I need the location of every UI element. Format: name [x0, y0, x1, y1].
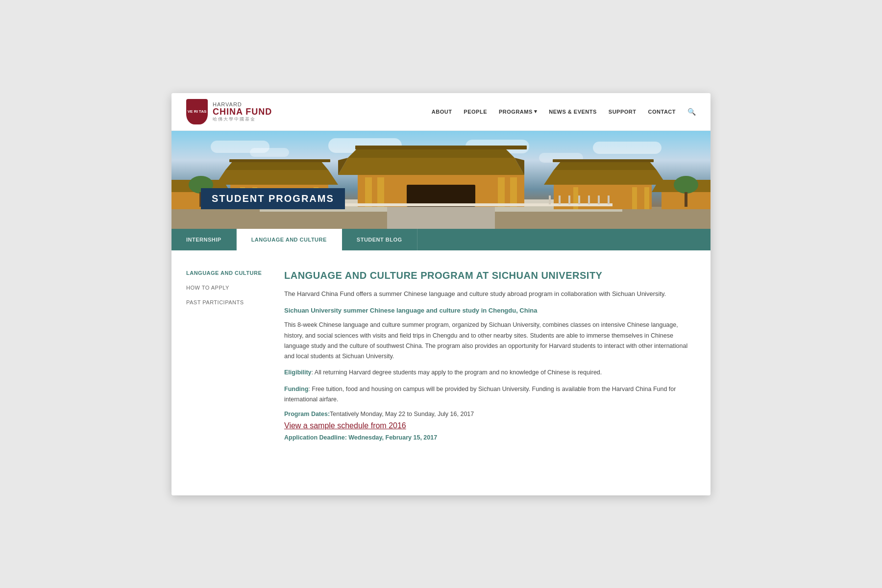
tab-bar: INTERNSHIP LANGUAGE AND CULTURE STUDENT …	[172, 229, 710, 250]
shield-text: VE RI TAS	[188, 109, 207, 114]
svg-rect-45	[588, 196, 590, 204]
hero-background	[172, 131, 710, 229]
site-nav: ABOUT PEOPLE PROGRAMS ▾ NEWS & EVENTS SU…	[432, 108, 696, 116]
svg-rect-11	[377, 177, 384, 207]
sample-schedule-link-wrapper: View a sample schedule from 2016	[284, 421, 696, 430]
chevron-down-icon: ▾	[534, 108, 538, 115]
browser-window: VE RI TAS Harvard China Fund 哈佛大學中國基金 AB…	[172, 93, 710, 495]
svg-rect-47	[608, 196, 610, 204]
tab-language-culture[interactable]: LANGUAGE AND CULTURE	[237, 229, 342, 250]
svg-marker-4	[338, 158, 524, 175]
search-icon[interactable]: 🔍	[687, 108, 696, 116]
eligibility-label: Eligibility	[284, 369, 312, 376]
sidebar-link-past-participants[interactable]: PAST PARTICIPANTS	[186, 299, 265, 305]
intro-text: The Harvard China Fund offers a summer C…	[284, 289, 696, 299]
svg-rect-10	[365, 177, 372, 207]
tab-student-blog[interactable]: STUDENT BLOG	[342, 229, 417, 250]
funding-label: Funding	[284, 386, 308, 392]
svg-marker-16	[225, 161, 328, 170]
main-content: LANGUAGE AND CULTURE PROGRAM AT SICHUAN …	[284, 270, 696, 476]
svg-marker-15	[216, 170, 338, 185]
sample-schedule-link[interactable]: View a sample schedule from 2016	[284, 421, 406, 430]
app-deadline: Application Deadline: Wednesday, Februar…	[284, 434, 696, 441]
logo-shield: VE RI TAS	[186, 99, 208, 124]
sidebar: LANGUAGE AND CULTURE HOW TO APPLY PAST P…	[186, 270, 265, 476]
logo-chinese: 哈佛大學中國基金	[213, 117, 272, 122]
subheading-link[interactable]: Sichuan University summer Chinese langua…	[284, 307, 696, 314]
svg-point-50	[674, 176, 698, 194]
svg-rect-43	[568, 196, 570, 204]
svg-rect-46	[598, 196, 600, 204]
svg-rect-27	[644, 187, 649, 209]
sidebar-link-language-culture[interactable]: LANGUAGE AND CULTURE	[186, 270, 265, 276]
site-header: VE RI TAS Harvard China Fund 哈佛大學中國基金 AB…	[172, 93, 710, 131]
svg-rect-17	[229, 159, 330, 162]
hero-buildings-svg	[172, 131, 710, 229]
logo-harvard: Harvard	[213, 101, 272, 107]
eligibility-text: Eligibility: All returning Harvard degre…	[284, 368, 696, 378]
nav-people[interactable]: PEOPLE	[464, 109, 487, 115]
program-description: This 8-week Chinese language and culture…	[284, 320, 696, 362]
logo-area: VE RI TAS Harvard China Fund 哈佛大學中國基金	[186, 99, 272, 124]
svg-rect-13	[510, 177, 517, 207]
svg-rect-12	[498, 177, 505, 207]
sidebar-link-how-to-apply[interactable]: HOW TO APPLY	[186, 285, 265, 291]
program-dates: Program Dates:Tentatively Monday, May 22…	[284, 411, 696, 417]
hero-section: STUDENT PROGRAMS	[172, 131, 710, 229]
svg-rect-44	[578, 196, 580, 204]
svg-rect-42	[559, 196, 561, 204]
nav-support[interactable]: SUPPORT	[609, 109, 637, 115]
svg-marker-22	[544, 170, 666, 185]
logo-chinafund: China Fund	[213, 107, 272, 117]
svg-rect-24	[553, 159, 654, 162]
program-dates-label: Program Dates:	[284, 411, 330, 417]
svg-marker-23	[554, 161, 657, 170]
svg-rect-6	[355, 146, 527, 149]
nav-contact[interactable]: CONTACT	[648, 109, 676, 115]
logo-text: Harvard China Fund 哈佛大學中國基金	[213, 101, 272, 122]
svg-rect-41	[549, 196, 551, 204]
hero-title: STUDENT PROGRAMS	[201, 188, 345, 209]
svg-rect-32	[387, 207, 495, 229]
page-title: LANGUAGE AND CULTURE PROGRAM AT SICHUAN …	[284, 270, 696, 281]
nav-programs[interactable]: PROGRAMS ▾	[499, 108, 537, 115]
svg-rect-26	[632, 187, 637, 209]
svg-rect-51	[685, 192, 687, 207]
nav-about[interactable]: ABOUT	[432, 109, 452, 115]
funding-text: Funding: Free tuition, food and housing …	[284, 384, 696, 405]
nav-news-events[interactable]: NEWS & EVENTS	[549, 109, 597, 115]
content-area: LANGUAGE AND CULTURE HOW TO APPLY PAST P…	[172, 250, 710, 495]
tab-internship[interactable]: INTERNSHIP	[172, 229, 237, 250]
